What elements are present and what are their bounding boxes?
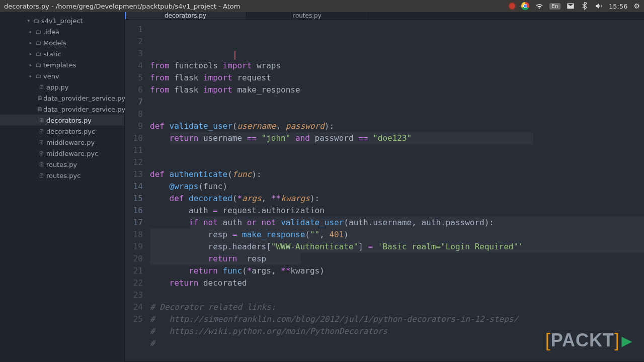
folder-icon: 🗀 xyxy=(32,17,41,24)
chevron-right-icon[interactable]: ▸ xyxy=(27,29,34,34)
file-label: middleware.py xyxy=(46,139,95,146)
file-icon: 🗎 xyxy=(37,106,43,113)
code-line-8[interactable] xyxy=(150,144,644,156)
code-line-25[interactable] xyxy=(150,349,644,361)
file-icon: 🗎 xyxy=(37,128,46,135)
code-line-1[interactable]: from functools import wraps xyxy=(150,60,644,72)
file-label: data_provider_service.pyc xyxy=(43,106,129,113)
code-line-17[interactable]: return resp xyxy=(150,253,644,265)
file-label: middleware.pyc xyxy=(46,150,98,157)
tab-decorators-py[interactable]: decorators.py xyxy=(125,12,247,19)
code-line-15[interactable]: resp = make_response("", 401) xyxy=(150,229,644,241)
code-line-16[interactable]: resp.headers["WWW-Authenticate"] = 'Basi… xyxy=(150,241,644,253)
code-line-22[interactable]: # http://simeonfranklin.com/blog/2012/ju… xyxy=(150,313,644,325)
system-tray: En 15:56 ⚙ xyxy=(509,2,640,10)
code-line-3[interactable]: from flask import make_response xyxy=(150,84,644,96)
file-app-py[interactable]: 🗎app.py xyxy=(0,81,124,93)
code-line-19[interactable]: return decorated xyxy=(150,277,644,289)
file-icon: 🗎 xyxy=(37,172,46,179)
code-line-12[interactable]: def decorated(*args, **kwargs): xyxy=(150,193,644,205)
file-label: decorators.pyc xyxy=(46,128,95,135)
code-line-21[interactable]: # Decorator related links: xyxy=(150,301,644,313)
folder-icon: 🗀 xyxy=(34,39,43,46)
clock[interactable]: 15:56 xyxy=(609,3,627,10)
folder-templates[interactable]: ▸🗀templates xyxy=(0,59,124,70)
folder-icon: 🗀 xyxy=(34,50,43,57)
folder-icon: 🗀 xyxy=(34,72,43,79)
packt-logo: [PACKT]▸ xyxy=(545,334,632,346)
folder-.idea[interactable]: ▸🗀.idea xyxy=(0,26,124,37)
project-name: s4v1_project xyxy=(41,17,83,25)
file-icon: 🗎 xyxy=(37,139,46,146)
folder-icon: 🗀 xyxy=(34,61,43,68)
file-middleware-py[interactable]: 🗎middleware.py xyxy=(0,137,124,148)
file-routes-py[interactable]: 🗎routes.py xyxy=(0,159,124,170)
code-line-13[interactable]: auth = request.authorization xyxy=(150,205,644,217)
file-middleware-pyc[interactable]: 🗎middleware.pyc xyxy=(0,148,124,159)
code-line-6[interactable]: def validate_user(username, password): xyxy=(150,120,644,132)
chevron-right-icon[interactable]: ▸ xyxy=(27,51,34,56)
code-line-5[interactable] xyxy=(150,108,644,120)
folder-label: static xyxy=(43,50,61,58)
gear-icon[interactable]: ⚙ xyxy=(633,2,640,10)
mail-icon[interactable] xyxy=(567,2,575,10)
file-label: routes.py xyxy=(46,161,77,168)
code-line-20[interactable] xyxy=(150,289,644,301)
project-root[interactable]: ▾ 🗀 s4v1_project xyxy=(0,15,124,26)
folder-label: Models xyxy=(43,39,66,47)
file-icon: 🗎 xyxy=(37,117,46,124)
main-panel: decorators.pyroutes.py 12345678910111213… xyxy=(125,12,644,362)
file-label: data_provider_service.py xyxy=(43,95,125,102)
folder-venv[interactable]: ▸🗀venv xyxy=(0,70,124,81)
file-data_provider_service-pyc[interactable]: 🗎data_provider_service.pyc xyxy=(0,104,124,115)
language-indicator[interactable]: En xyxy=(549,3,560,10)
bluetooth-icon[interactable] xyxy=(581,2,589,10)
code-line-7[interactable]: return username == "john" and password =… xyxy=(150,132,644,144)
folder-label: venv xyxy=(43,72,59,80)
folder-icon: 🗀 xyxy=(34,28,43,35)
file-decorators-py[interactable]: 🗎decorators.py xyxy=(0,115,124,126)
chrome-icon[interactable] xyxy=(521,2,529,10)
chevron-down-icon[interactable]: ▾ xyxy=(25,18,32,23)
file-label: decorators.py xyxy=(46,117,92,124)
file-tree[interactable]: ▾ 🗀 s4v1_project ▸🗀.idea▸🗀Models▸🗀static… xyxy=(0,12,125,362)
chevron-right-icon[interactable]: ▸ xyxy=(27,73,34,78)
file-icon: 🗎 xyxy=(37,150,46,157)
chevron-right-icon[interactable]: ▸ xyxy=(27,40,34,45)
code-line-11[interactable]: @wraps(func) xyxy=(150,180,644,193)
chevron-right-icon[interactable]: ▸ xyxy=(27,62,34,67)
volume-icon[interactable] xyxy=(595,2,603,10)
record-icon[interactable] xyxy=(509,3,515,9)
folder-label: templates xyxy=(43,61,76,69)
code-line-4[interactable] xyxy=(150,96,644,108)
file-decorators-pyc[interactable]: 🗎decorators.pyc xyxy=(0,126,124,137)
code-line-18[interactable]: return func(*args, **kwargs) xyxy=(150,265,644,277)
app-frame: ▾ 🗀 s4v1_project ▸🗀.idea▸🗀Models▸🗀static… xyxy=(0,12,644,362)
text-cursor xyxy=(234,51,235,60)
code-line-14[interactable]: if not auth or not validate_user(auth.us… xyxy=(150,217,644,229)
file-data_provider_service-py[interactable]: 🗎data_provider_service.py xyxy=(0,93,124,104)
code-line-2[interactable]: from flask import request xyxy=(150,72,644,84)
wifi-icon[interactable] xyxy=(535,2,543,10)
line-gutter: 1234567891011121314151617181920212223242… xyxy=(125,20,150,361)
file-routes-pyc[interactable]: 🗎routes.pyc xyxy=(0,170,124,181)
folder-label: .idea xyxy=(43,28,59,36)
file-label: routes.pyc xyxy=(46,172,80,179)
tab-routes-py[interactable]: routes.py xyxy=(247,12,368,19)
file-icon: 🗎 xyxy=(37,83,46,90)
file-icon: 🗎 xyxy=(37,161,46,168)
tabbar[interactable]: decorators.pyroutes.py xyxy=(125,12,644,20)
file-label: app.py xyxy=(46,83,69,91)
folder-static[interactable]: ▸🗀static xyxy=(0,48,124,59)
file-icon: 🗎 xyxy=(37,95,43,102)
window-title: decorators.py - /home/greg/Development/p… xyxy=(4,3,240,10)
folder-Models[interactable]: ▸🗀Models xyxy=(0,37,124,48)
editor[interactable]: 1234567891011121314151617181920212223242… xyxy=(125,20,644,361)
code-line-9[interactable] xyxy=(150,156,644,168)
titlebar: decorators.py - /home/greg/Development/p… xyxy=(0,0,644,12)
code-line-10[interactable]: def authenticate(func): xyxy=(150,168,644,180)
code-area[interactable]: from functools import wrapsfrom flask im… xyxy=(150,20,644,361)
